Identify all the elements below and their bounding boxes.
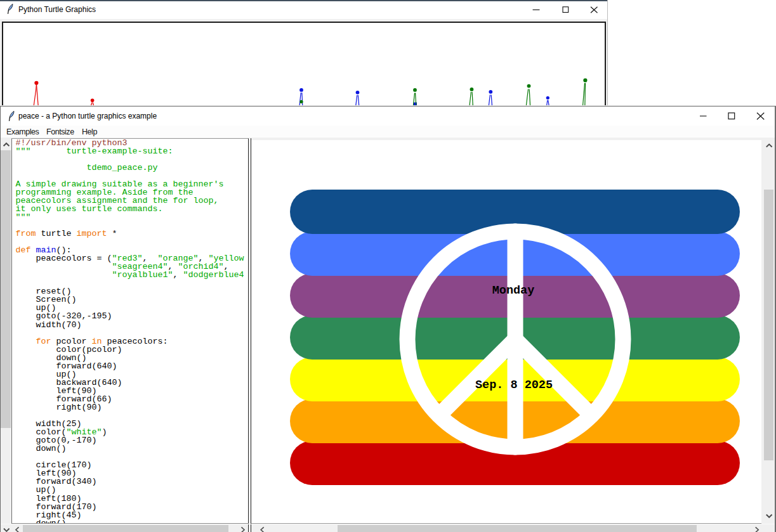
svg-text:Monday: Monday: [492, 284, 535, 297]
svg-text:Sep. 8 2025: Sep. 8 2025: [475, 379, 553, 392]
